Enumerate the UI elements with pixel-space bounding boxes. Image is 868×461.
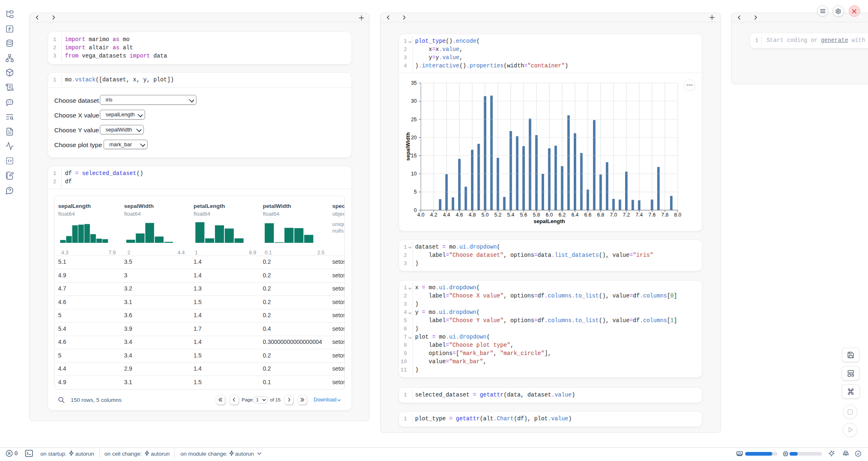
svg-text:sepalWidth: sepalWidth [405,132,411,161]
svg-text:6.4: 6.4 [571,212,578,218]
svg-text:4.8: 4.8 [469,212,476,218]
svg-text:35: 35 [411,80,417,86]
svg-text:5.8: 5.8 [533,212,540,218]
svg-text:6.8: 6.8 [597,212,604,218]
svg-text:4.2: 4.2 [430,212,437,218]
svg-text:5: 5 [414,189,417,195]
svg-text:4.4: 4.4 [443,212,450,218]
svg-text:5.0: 5.0 [482,212,489,218]
svg-text:4.0: 4.0 [417,212,424,218]
svg-text:30: 30 [411,98,417,104]
svg-text:7.2: 7.2 [623,212,630,218]
svg-text:5.6: 5.6 [520,212,527,218]
svg-text:7.6: 7.6 [649,212,656,218]
svg-text:20: 20 [411,135,417,141]
svg-text:10: 10 [411,171,417,177]
svg-text:0: 0 [414,207,417,213]
svg-text:5.2: 5.2 [494,212,501,218]
svg-text:7.8: 7.8 [661,212,668,218]
svg-text:4.6: 4.6 [456,212,463,218]
svg-text:7.0: 7.0 [610,212,617,218]
svg-text:15: 15 [411,153,417,159]
svg-text:sepalLength: sepalLength [533,218,565,224]
svg-text:6.0: 6.0 [546,212,553,218]
svg-text:6.2: 6.2 [559,212,566,218]
svg-text:25: 25 [411,117,417,122]
svg-text:8.0: 8.0 [674,212,681,218]
svg-text:5.4: 5.4 [507,212,514,218]
svg-text:7.4: 7.4 [636,212,643,218]
svg-text:6.6: 6.6 [584,212,591,218]
